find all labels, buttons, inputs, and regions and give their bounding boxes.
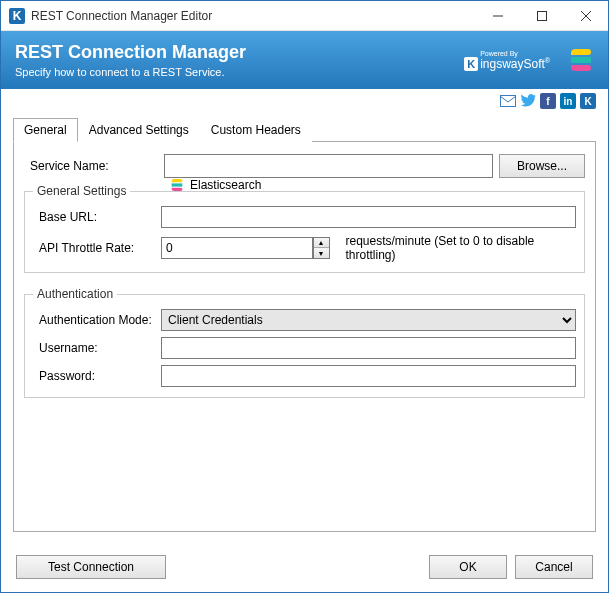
password-label: Password: xyxy=(33,369,161,383)
general-settings-legend: General Settings xyxy=(33,184,130,198)
password-input[interactable] xyxy=(161,365,576,387)
general-settings-group: General Settings Base URL: API Throttle … xyxy=(24,184,585,273)
authentication-legend: Authentication xyxy=(33,287,117,301)
tab-panel-general: Service Name: Elasticsearch Elasticsearc… xyxy=(13,142,596,532)
linkedin-icon[interactable]: in xyxy=(560,93,576,109)
kingswaysoft-logo: Powered By K ingswaySoft® xyxy=(464,50,550,71)
email-icon[interactable] xyxy=(500,93,516,109)
maximize-button[interactable] xyxy=(520,1,564,31)
tab-advanced[interactable]: Advanced Settings xyxy=(78,118,200,142)
ok-button[interactable]: OK xyxy=(429,555,507,579)
social-bar: f in K xyxy=(1,89,608,113)
window-title: REST Connection Manager Editor xyxy=(31,9,476,23)
twitter-icon[interactable] xyxy=(520,93,536,109)
api-throttle-input[interactable] xyxy=(161,237,313,259)
service-name-label: Service Name: xyxy=(24,159,164,173)
base-url-label: Base URL: xyxy=(33,210,161,224)
username-label: Username: xyxy=(33,341,161,355)
tab-custom-headers[interactable]: Custom Headers xyxy=(200,118,312,142)
tabs: General Advanced Settings Custom Headers xyxy=(13,117,596,142)
username-input[interactable] xyxy=(161,337,576,359)
close-button[interactable] xyxy=(564,1,608,31)
svg-rect-6 xyxy=(501,96,516,107)
throttle-down-button[interactable]: ▼ xyxy=(314,248,329,258)
svg-rect-3 xyxy=(538,11,547,20)
tab-general[interactable]: General xyxy=(13,118,78,142)
elasticsearch-logo xyxy=(568,47,594,73)
app-icon: K xyxy=(9,8,25,24)
throttle-hint: requests/minute (Set to 0 to disable thr… xyxy=(346,234,577,262)
banner: REST Connection Manager Specify how to c… xyxy=(1,31,608,89)
api-throttle-label: API Throttle Rate: xyxy=(33,241,161,255)
minimize-button[interactable] xyxy=(476,1,520,31)
test-connection-button[interactable]: Test Connection xyxy=(16,555,166,579)
base-url-input[interactable] xyxy=(161,206,576,228)
powered-by-label: Powered By xyxy=(480,50,518,57)
browse-button[interactable]: Browse... xyxy=(499,154,585,178)
authentication-group: Authentication Authentication Mode: Clie… xyxy=(24,287,585,398)
service-name-select[interactable]: Elasticsearch xyxy=(164,154,493,178)
kingsway-icon[interactable]: K xyxy=(580,93,596,109)
svg-text:K: K xyxy=(13,9,22,23)
brand-name: ingswaySoft xyxy=(480,57,545,71)
cancel-button[interactable]: Cancel xyxy=(515,555,593,579)
banner-heading: REST Connection Manager xyxy=(15,42,246,64)
throttle-up-button[interactable]: ▲ xyxy=(314,238,329,248)
banner-sub: Specify how to connect to a REST Service… xyxy=(15,66,246,78)
facebook-icon[interactable]: f xyxy=(540,93,556,109)
footer: Test Connection OK Cancel xyxy=(0,545,609,593)
titlebar: K REST Connection Manager Editor xyxy=(1,1,608,31)
auth-mode-select[interactable]: Client Credentials xyxy=(161,309,576,331)
auth-mode-label: Authentication Mode: xyxy=(33,313,161,327)
